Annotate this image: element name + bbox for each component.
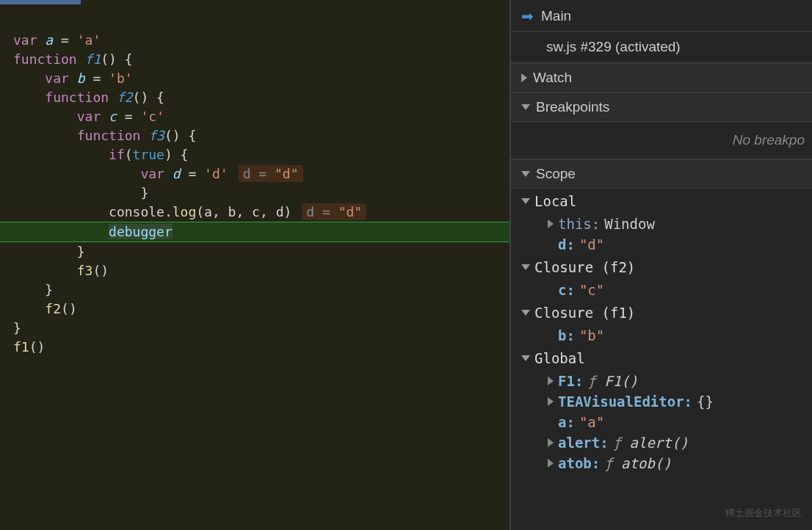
code-line[interactable]: f2() xyxy=(0,300,510,319)
variable-name: atob: xyxy=(558,455,600,471)
watch-section-header[interactable]: Watch xyxy=(511,63,812,92)
scope-group-header[interactable]: Global xyxy=(511,346,812,371)
code-line[interactable]: var d = 'd'd = "d" xyxy=(0,164,510,184)
scope-variable[interactable]: b: "b" xyxy=(511,325,812,346)
callstack-worker-label: sw.js #329 (activated) xyxy=(546,39,681,54)
code-line[interactable]: } xyxy=(0,319,510,338)
code-token: } xyxy=(45,282,53,297)
code-token: } xyxy=(140,185,148,200)
code-token: (a, b, c, d) xyxy=(196,204,291,219)
chevron-right-icon xyxy=(548,377,554,385)
variable-name: c: xyxy=(558,282,575,298)
code-token: function xyxy=(45,90,117,105)
inline-value-hint: d = "d" xyxy=(302,203,366,220)
chevron-down-icon xyxy=(521,310,530,316)
chevron-down-icon xyxy=(521,355,530,361)
chevron-down-icon xyxy=(521,264,530,270)
scope-group-header[interactable]: Closure (f1) xyxy=(511,300,812,325)
code-line[interactable]: debugger xyxy=(0,222,510,242)
variable-name: this: xyxy=(558,216,600,232)
scope-variable[interactable]: alert: ƒ alert() xyxy=(511,432,812,453)
watermark: 稀土掘金技术社区 xyxy=(725,507,802,520)
scope-variable[interactable]: F1: ƒ F1() xyxy=(511,371,812,391)
scope-variable[interactable]: atob: ƒ atob() xyxy=(511,453,812,473)
code-line[interactable]: } xyxy=(0,184,510,203)
code-token: } xyxy=(13,320,21,335)
code-line[interactable]: if(true) { xyxy=(0,145,510,164)
code-token: () xyxy=(61,301,77,316)
no-breakpoints-text: No breakpo xyxy=(511,122,812,159)
variable-value: ƒ atob() xyxy=(604,455,672,471)
scope-name: Local xyxy=(534,193,576,209)
scope-section-header[interactable]: Scope xyxy=(511,159,812,189)
code-token: var xyxy=(77,109,109,124)
scope-group-header[interactable]: Local xyxy=(511,189,812,214)
code-editor[interactable]: var a = 'a'function f1() { var b = 'b' f… xyxy=(0,0,510,530)
code-line[interactable]: f3() xyxy=(0,261,510,280)
variable-name: b: xyxy=(558,327,575,344)
code-token: var xyxy=(45,70,76,86)
scope-variable[interactable]: d: "d" xyxy=(511,234,812,255)
scope-name: Global xyxy=(534,350,585,366)
current-frame-icon: ➡ xyxy=(521,7,534,25)
scope-name: Closure (f2) xyxy=(534,259,635,275)
variable-value: Window xyxy=(604,216,655,232)
code-token: debugger xyxy=(109,224,173,239)
code-token: f2 xyxy=(45,301,61,316)
code-token: console xyxy=(109,204,164,219)
code-token: () { xyxy=(164,128,196,143)
code-line[interactable]: function f1() { xyxy=(0,50,510,69)
scope-name: Closure (f1) xyxy=(534,305,635,321)
scope-variable[interactable]: TEAVisualEditor: {} xyxy=(511,391,812,412)
code-token: = xyxy=(85,70,109,86)
scope-group-header[interactable]: Closure (f2) xyxy=(511,255,812,280)
variable-name: F1: xyxy=(558,373,583,389)
code-line[interactable]: } xyxy=(0,242,510,261)
callstack-main-label: Main xyxy=(541,8,571,24)
code-token: () { xyxy=(101,51,132,67)
code-line[interactable]: var b = 'b' xyxy=(0,69,510,88)
code-token: = xyxy=(53,32,77,48)
code-line[interactable]: var c = 'c' xyxy=(0,107,510,126)
code-line[interactable]: var a = 'a' xyxy=(0,31,510,50)
scope-variable[interactable]: c: "c" xyxy=(511,280,812,300)
debugger-sidebar: ➡ Main sw.js #329 (activated) Watch Brea… xyxy=(510,0,812,530)
breakpoints-label: Breakpoints xyxy=(536,99,609,115)
code-token: () xyxy=(93,263,109,278)
variable-value: ƒ F1() xyxy=(587,373,638,389)
code-token: a xyxy=(45,32,53,48)
code-line[interactable]: console.log(a, b, c, d)d = "d" xyxy=(0,203,510,222)
scope-variable[interactable]: a: "a" xyxy=(511,412,812,432)
code-line[interactable]: function f3() { xyxy=(0,126,510,145)
scope-variable[interactable]: this: Window xyxy=(511,214,812,234)
code-token: ( xyxy=(125,147,133,162)
code-line[interactable]: } xyxy=(0,280,510,300)
chevron-right-icon xyxy=(521,73,527,82)
callstack-main-row[interactable]: ➡ Main xyxy=(511,0,812,32)
code-line[interactable]: function f2() { xyxy=(0,88,510,107)
variable-name: d: xyxy=(558,236,575,253)
code-token: true xyxy=(133,147,164,162)
scope-tree: Localthis: Windowd: "d"Closure (f2)c: "c… xyxy=(511,189,812,473)
variable-name: TEAVisualEditor: xyxy=(558,393,692,410)
watch-label: Watch xyxy=(533,70,572,86)
variable-value: "b" xyxy=(579,327,604,344)
chevron-right-icon xyxy=(548,219,554,228)
variable-name: a: xyxy=(558,414,575,430)
variable-value: ƒ alert() xyxy=(613,435,689,451)
code-token: = xyxy=(181,166,205,181)
callstack-worker-row[interactable]: sw.js #329 (activated) xyxy=(511,32,812,63)
code-token: 'c' xyxy=(140,109,164,124)
code-token: function xyxy=(77,128,149,143)
code-token: 'a' xyxy=(77,32,101,48)
breakpoints-section-header[interactable]: Breakpoints xyxy=(511,92,812,122)
variable-value: {} xyxy=(697,393,714,410)
code-token: var xyxy=(140,166,172,181)
code-token: 'b' xyxy=(109,70,133,86)
chevron-right-icon xyxy=(548,397,554,406)
code-token: f1 xyxy=(85,51,101,67)
inline-value-hint: d = "d" xyxy=(239,165,303,182)
code-line[interactable]: f1() xyxy=(0,338,510,357)
chevron-down-icon xyxy=(521,104,530,110)
code-token: function xyxy=(13,51,85,67)
